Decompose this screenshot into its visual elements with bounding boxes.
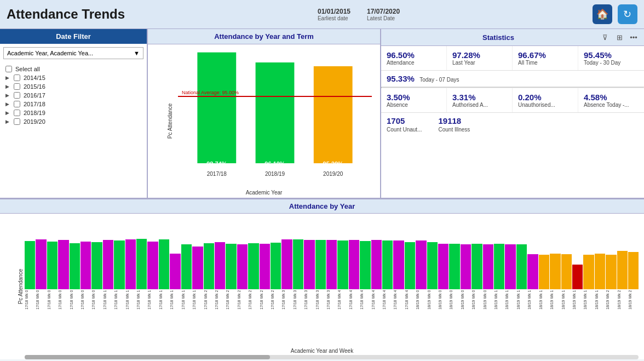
checkbox-2015-16[interactable] bbox=[14, 83, 20, 90]
x-tick-label: 17/18 Wk 13 bbox=[136, 290, 147, 310]
stat-counts-row: 1705 Count Unaut... 19118 Count Illness bbox=[381, 113, 644, 136]
stat-last-year-label: Last Year bbox=[452, 60, 507, 66]
bottom-bar-rect bbox=[304, 240, 314, 289]
bottom-bar-rect bbox=[371, 240, 382, 289]
x-tick-label: 17/18 Wk 40 bbox=[337, 290, 348, 310]
stat-today-07-row: 95.33% Today - 07 Days bbox=[381, 71, 644, 87]
x-tick-label: 18/19 Wk 05 bbox=[449, 290, 459, 310]
bottom-bar-rect bbox=[405, 242, 415, 289]
bottom-bar-item bbox=[326, 240, 337, 289]
year-2017-18[interactable]: ▶ 2017/18 bbox=[5, 100, 141, 108]
x-tick-label: 18/19 Wk 08 bbox=[472, 290, 482, 310]
date-filter-panel: Date Filter Academic Year, Academic Yea.… bbox=[0, 29, 148, 198]
stat-today-30-label: Today - 30 Day bbox=[584, 60, 639, 66]
bar-2019-20 bbox=[314, 66, 353, 163]
stat-auth-absence: 3.31% Authorised A... bbox=[447, 88, 513, 112]
checkbox-2018-19[interactable] bbox=[14, 110, 20, 116]
year-2019-20[interactable]: ▶ 2019/20 bbox=[5, 117, 141, 126]
bottom-bar-rect bbox=[136, 239, 147, 289]
bottom-bar-item bbox=[81, 242, 91, 289]
checkbox-2019-20[interactable] bbox=[14, 118, 20, 125]
term-x-axis-label: Academic Year bbox=[246, 190, 283, 196]
bottom-bar-item bbox=[617, 251, 628, 289]
refresh-button[interactable]: ↻ bbox=[618, 4, 637, 24]
x-tick-label: 17/18 Wk 10 bbox=[103, 290, 113, 310]
stat-count-unauth: 1705 Count Unaut... bbox=[387, 116, 422, 133]
x-tick-label: 17/18 Wk 38 bbox=[326, 290, 337, 310]
year-2015-16[interactable]: ▶ 2015/16 bbox=[5, 82, 141, 91]
year-2016-17[interactable]: ▶ 2016/17 bbox=[5, 91, 141, 100]
home-button[interactable]: 🏠 bbox=[593, 4, 612, 24]
bottom-bar-item bbox=[260, 244, 270, 289]
bottom-bar-item bbox=[304, 240, 314, 289]
stat-count-unauth-value: 1705 bbox=[387, 116, 405, 125]
x-tick-label: 17/18 Wk 18 bbox=[181, 290, 192, 310]
bottom-bar-rect bbox=[393, 240, 404, 289]
academic-year-dropdown[interactable]: Academic Year, Academic Yea... ▼ bbox=[3, 47, 143, 59]
x-tick-label: 18/19 Wk 15 bbox=[550, 290, 560, 310]
attendance-year-panel: Attendance by Year Pc Attendance 17/18 W… bbox=[0, 199, 644, 359]
x-tick-label: 17/18 Wk 29 bbox=[271, 290, 281, 310]
bottom-bar-item bbox=[539, 255, 549, 289]
x-tick-label: 17/18 Wk 28 bbox=[260, 290, 270, 310]
x-tick-label: 18/19 Wk 06 bbox=[461, 290, 471, 310]
bottom-bar-item bbox=[337, 240, 348, 289]
bottom-bar-rect bbox=[606, 255, 616, 289]
expand-arrow-2014: ▶ bbox=[5, 75, 9, 81]
select-all-checkbox[interactable] bbox=[5, 66, 12, 72]
bottom-bar-rect bbox=[349, 240, 359, 289]
bar-label-2017-18: 98.74% bbox=[206, 161, 227, 167]
stat-attendance-label: Attendance bbox=[387, 60, 441, 66]
stat-today-30: 95.45% Today - 30 Day bbox=[578, 46, 644, 70]
bottom-bar-item bbox=[237, 244, 248, 289]
x-tick-label: 17/18 Wk 03 bbox=[36, 290, 46, 310]
x-tick-label: 18/19 Wk 03 bbox=[438, 290, 449, 310]
stat-auth-absence-value: 3.31% bbox=[452, 93, 507, 102]
stat-unauth-absence: 0.20% Unauthorised... bbox=[513, 88, 578, 112]
filter-icon-btn[interactable]: ⊽ bbox=[599, 31, 611, 43]
x-tick-label: 17/18 Wk 45 bbox=[393, 290, 404, 310]
bottom-bar-item bbox=[114, 240, 124, 289]
bottom-bar-rect bbox=[125, 239, 136, 289]
x-tick-label: 18/19 Wk 11 bbox=[505, 290, 515, 310]
bottom-scrollbar[interactable] bbox=[25, 355, 639, 359]
bottom-bar-rect bbox=[326, 240, 337, 289]
stats-icon-group: ⊽ ⊞ ••• bbox=[599, 31, 640, 43]
x-tick-label: 17/18 Wk 26 bbox=[248, 290, 258, 310]
x-tick-label: 17/18 Wk 46 bbox=[405, 290, 415, 310]
bottom-bar-rect bbox=[281, 239, 292, 289]
x-tick-label: 17/18 Wk 21 bbox=[215, 290, 225, 310]
more-icon-btn[interactable]: ••• bbox=[628, 31, 640, 43]
bottom-chart-inner: 17/18 Wk 0217/18 Wk 0317/18 Wk 0417/18 W… bbox=[25, 214, 639, 348]
bottom-bar-item bbox=[572, 265, 583, 289]
bottom-scrollable-chart[interactable]: 17/18 Wk 0217/18 Wk 0317/18 Wk 0417/18 W… bbox=[25, 214, 639, 348]
year-2018-19[interactable]: ▶ 2018/19 bbox=[5, 108, 141, 117]
checkbox-2016-17[interactable] bbox=[14, 92, 20, 99]
expand-arrow-2019: ▶ bbox=[5, 119, 9, 124]
x-tick-label: 18/19 Wk 16 bbox=[561, 290, 572, 310]
bottom-bar-item bbox=[36, 239, 46, 289]
stat-count-unauth-label: Count Unaut... bbox=[387, 127, 422, 133]
bottom-bar-rect bbox=[539, 255, 549, 289]
x-tick-label: 17/18 Wk 16 bbox=[170, 290, 180, 310]
expand-icon-btn[interactable]: ⊞ bbox=[613, 31, 625, 43]
bottom-bar-item bbox=[516, 244, 527, 289]
bottom-bar-item bbox=[103, 240, 113, 289]
bottom-bar-item bbox=[349, 240, 359, 289]
x-tick-label: 17/18 Wk 07 bbox=[81, 290, 91, 310]
date-range: 01/01/2015 Earliest date 17/07/2020 Late… bbox=[318, 8, 400, 21]
x-tick-label: 18/19 Wk 19 bbox=[595, 290, 605, 310]
term-y-axis-label: Pc Attendance bbox=[167, 104, 173, 139]
bottom-bar-item bbox=[595, 254, 605, 289]
checkbox-2014-15[interactable] bbox=[14, 75, 20, 81]
checkbox-2017-18[interactable] bbox=[14, 101, 20, 107]
bottom-bar-rect bbox=[337, 240, 348, 289]
x-tick-label: 17/18 Wk 33 bbox=[281, 290, 292, 310]
x-tick-label: 18/19 Wk 09 bbox=[483, 290, 493, 310]
stat-count-illness-label: Count Illness bbox=[438, 127, 470, 133]
year-2014-15[interactable]: ▶ 2014/15 bbox=[5, 73, 141, 82]
select-all-item[interactable]: Select all bbox=[5, 65, 141, 73]
bottom-bar-item bbox=[25, 241, 35, 289]
bottom-bar-rect bbox=[583, 255, 594, 289]
bar-label-2018-19: 96.10% bbox=[264, 161, 285, 167]
